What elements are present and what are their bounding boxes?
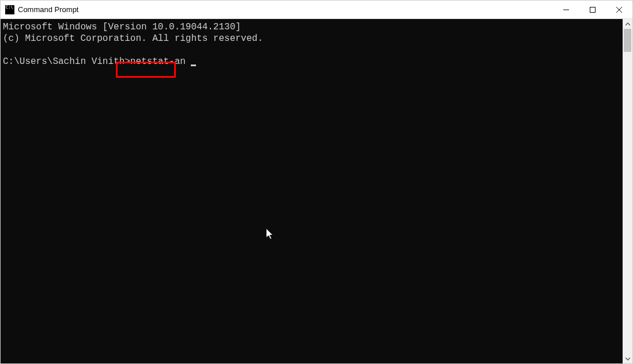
prompt-text: C:\Users\Sachin Vinith>: [3, 56, 130, 67]
scroll-track[interactable]: [623, 29, 632, 354]
window-title: Command Prompt: [18, 5, 78, 14]
minimize-icon: [563, 7, 569, 13]
command-prompt-window: Command Prompt Microsoft Windows [Versio…: [0, 0, 633, 364]
mouse-cursor-icon: [222, 217, 274, 255]
version-line: Microsoft Windows [Version 10.0.19044.21…: [3, 22, 241, 32]
close-button[interactable]: [606, 1, 632, 18]
chevron-up-icon: [626, 22, 630, 26]
chevron-down-icon: [626, 357, 630, 361]
minimize-button[interactable]: [553, 1, 579, 18]
window-controls: [553, 1, 632, 18]
scroll-down-button[interactable]: [623, 354, 632, 363]
copyright-line: (c) Microsoft Corporation. All rights re…: [3, 33, 263, 44]
close-icon: [616, 7, 622, 13]
vertical-scrollbar[interactable]: [623, 19, 632, 363]
titlebar[interactable]: Command Prompt: [1, 1, 632, 19]
terminal-output[interactable]: Microsoft Windows [Version 10.0.19044.21…: [1, 19, 623, 363]
terminal-area: Microsoft Windows [Version 10.0.19044.21…: [1, 19, 632, 363]
command-text: netstat-an: [130, 56, 186, 67]
maximize-button[interactable]: [579, 1, 606, 18]
maximize-icon: [590, 7, 596, 13]
app-icon: [5, 5, 14, 14]
scroll-thumb[interactable]: [624, 29, 631, 52]
svg-rect-1: [590, 7, 596, 12]
scroll-up-button[interactable]: [623, 19, 632, 29]
text-cursor: [191, 65, 196, 66]
